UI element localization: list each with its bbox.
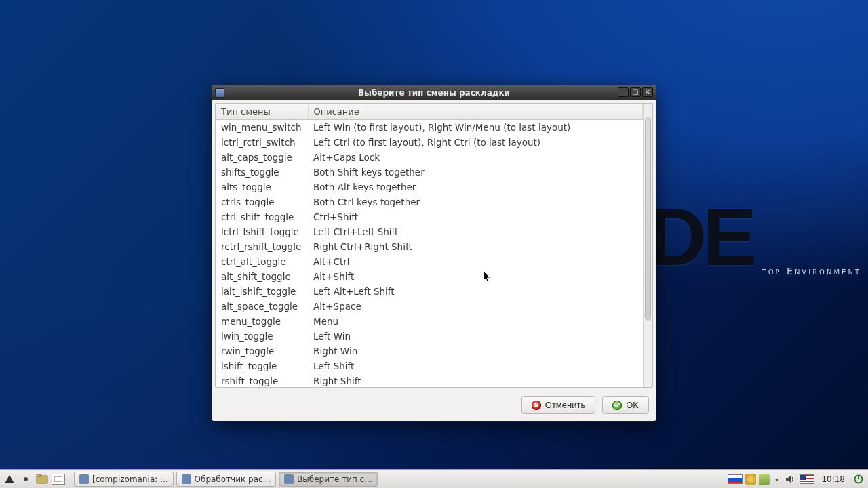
taskbar: [compizomania: ...Обработчик рас...Выбер… bbox=[74, 472, 378, 487]
keyboard-layout-us-icon[interactable] bbox=[800, 474, 814, 484]
taskbar-button[interactable]: [compizomania: ... bbox=[74, 472, 174, 487]
table-row[interactable]: win_menu_switchLeft Win (to first layout… bbox=[216, 120, 643, 136]
svg-rect-1 bbox=[37, 474, 41, 476]
table-row[interactable]: menu_toggleMenu bbox=[216, 314, 643, 329]
ok-icon bbox=[612, 401, 622, 410]
logout-button[interactable] bbox=[852, 472, 865, 486]
compiz-tray-icon[interactable] bbox=[745, 474, 756, 485]
table-row[interactable]: rshift_toggleRight Shift bbox=[216, 373, 643, 387]
window-title: Выберите тип смены раскладки bbox=[212, 88, 656, 98]
taskbar-button-label: Выберите тип с... bbox=[297, 474, 372, 484]
table-row[interactable]: rwin_toggleRight Win bbox=[216, 344, 643, 359]
cell-type: ctrl_shift_toggle bbox=[216, 209, 308, 224]
cell-type: alt_caps_toggle bbox=[216, 150, 308, 165]
clock[interactable]: 10:18 bbox=[817, 474, 849, 484]
ok-button[interactable]: OK bbox=[602, 396, 649, 414]
table-row[interactable]: shifts_toggleBoth Shift keys together bbox=[216, 165, 643, 180]
titlebar[interactable]: Выберите тип смены раскладки _ ▢ ✕ bbox=[212, 85, 656, 100]
vertical-scrollbar[interactable] bbox=[643, 104, 652, 387]
cell-desc: Right Ctrl+Right Shift bbox=[308, 239, 643, 254]
svg-rect-3 bbox=[858, 475, 859, 479]
table-row[interactable]: alt_space_toggleAlt+Space bbox=[216, 299, 643, 314]
table-row[interactable]: rctrl_rshift_toggleRight Ctrl+Right Shif… bbox=[216, 239, 643, 254]
volume-tray-icon[interactable] bbox=[783, 472, 797, 486]
taskbar-button[interactable]: Обработчик рас... bbox=[176, 472, 277, 487]
cell-desc: Right Win bbox=[308, 344, 643, 359]
desktop-background: DE top Environment Выберите тип смены ра… bbox=[0, 0, 868, 488]
table-row[interactable]: alt_shift_toggleAlt+Shift bbox=[216, 269, 643, 284]
keyboard-layout-ru-icon[interactable] bbox=[728, 474, 743, 484]
dialog-button-bar: Отменить OK bbox=[212, 390, 656, 421]
table-row[interactable]: lctrl_rctrl_switchLeft Ctrl (to first la… bbox=[216, 135, 643, 150]
table-row[interactable]: ctrls_toggleBoth Ctrl keys together bbox=[216, 195, 643, 209]
cell-desc: Alt+Shift bbox=[308, 269, 643, 284]
cell-desc: Ctrl+Shift bbox=[308, 209, 643, 224]
table-row[interactable]: ctrl_shift_toggleCtrl+Shift bbox=[216, 209, 643, 224]
cell-desc: Left Shift bbox=[308, 359, 643, 373]
window-switcher-button[interactable] bbox=[52, 472, 65, 486]
cell-type: alt_space_toggle bbox=[216, 299, 308, 314]
file-manager-launcher[interactable] bbox=[35, 472, 49, 486]
table-row[interactable]: lctrl_lshift_toggleLeft Ctrl+Left Shift bbox=[216, 224, 643, 239]
table-row[interactable]: alt_caps_toggleAlt+Caps Lock bbox=[216, 150, 643, 165]
show-desktop-button[interactable] bbox=[19, 472, 33, 486]
ok-button-label: OK bbox=[626, 400, 639, 410]
minimize-button[interactable]: _ bbox=[618, 87, 629, 97]
bottom-panel: [compizomania: ...Обработчик рас...Выбер… bbox=[0, 469, 868, 488]
cell-desc: Menu bbox=[308, 314, 643, 329]
cell-type: lshift_toggle bbox=[216, 359, 308, 373]
cell-type: lctrl_lshift_toggle bbox=[216, 224, 308, 239]
layout-switch-dialog: Выберите тип смены раскладки _ ▢ ✕ Тип с… bbox=[212, 85, 656, 422]
brand-letters: DE bbox=[648, 190, 753, 283]
column-header-desc[interactable]: Описание bbox=[308, 104, 643, 120]
taskbar-button-label: [compizomania: ... bbox=[92, 474, 168, 484]
options-list: Тип смены Описание win_menu_switchLeft W… bbox=[215, 103, 653, 388]
cell-desc: Alt+Ctrl bbox=[308, 254, 643, 269]
table-row[interactable]: alts_toggleBoth Alt keys together bbox=[216, 180, 643, 195]
cell-desc: Left Ctrl (to first layout), Right Ctrl … bbox=[308, 135, 643, 150]
cell-desc: Both Alt keys together bbox=[308, 180, 643, 195]
cell-type: ctrls_toggle bbox=[216, 195, 308, 209]
tray-expand-button[interactable] bbox=[772, 474, 781, 485]
app-icon bbox=[182, 474, 191, 484]
cell-type: rwin_toggle bbox=[216, 344, 308, 359]
cancel-icon bbox=[532, 401, 541, 410]
cell-type: win_menu_switch bbox=[216, 120, 308, 136]
battery-tray-icon[interactable] bbox=[759, 474, 770, 485]
cell-type: rshift_toggle bbox=[216, 373, 308, 387]
brand-tagline: top Environment bbox=[762, 266, 861, 277]
desktop-brand: DE top Environment bbox=[648, 190, 753, 283]
cell-type: ctrl_alt_toggle bbox=[216, 254, 308, 269]
table-row[interactable]: lalt_lshift_toggleLeft Alt+Left Shift bbox=[216, 284, 643, 299]
cell-type: alts_toggle bbox=[216, 180, 308, 195]
table-row[interactable]: lshift_toggleLeft Shift bbox=[216, 359, 643, 373]
taskbar-button[interactable]: Выберите тип с... bbox=[279, 472, 378, 487]
scrollbar-thumb[interactable] bbox=[645, 117, 651, 321]
cell-desc: Left Win (to first layout), Right Win/Me… bbox=[308, 120, 643, 136]
app-icon bbox=[79, 474, 89, 484]
system-tray: 10:18 bbox=[728, 472, 865, 486]
close-button[interactable]: ✕ bbox=[642, 87, 653, 97]
cell-type: rctrl_rshift_toggle bbox=[216, 239, 308, 254]
cell-desc: Left Alt+Left Shift bbox=[308, 284, 643, 299]
cell-type: menu_toggle bbox=[216, 314, 308, 329]
start-menu-button[interactable] bbox=[3, 472, 16, 486]
maximize-button[interactable]: ▢ bbox=[630, 87, 641, 97]
cell-desc: Both Shift keys together bbox=[308, 165, 643, 180]
table-row[interactable]: lwin_toggleLeft Win bbox=[216, 329, 643, 344]
cell-desc: Left Win bbox=[308, 329, 643, 344]
taskbar-button-label: Обработчик рас... bbox=[195, 474, 271, 484]
panel-divider bbox=[71, 472, 71, 486]
cell-desc: Alt+Caps Lock bbox=[308, 150, 643, 165]
cell-desc: Both Ctrl keys together bbox=[308, 195, 643, 209]
cancel-button-label: Отменить bbox=[545, 400, 585, 410]
table-row[interactable]: ctrl_alt_toggleAlt+Ctrl bbox=[216, 254, 643, 269]
cell-desc: Left Ctrl+Left Shift bbox=[308, 224, 643, 239]
cell-desc: Right Shift bbox=[308, 373, 643, 387]
cell-type: lalt_lshift_toggle bbox=[216, 284, 308, 299]
column-header-type[interactable]: Тип смены bbox=[216, 104, 308, 120]
cell-type: shifts_toggle bbox=[216, 165, 308, 180]
cell-desc: Alt+Space bbox=[308, 299, 643, 314]
cell-type: lctrl_rctrl_switch bbox=[216, 135, 308, 150]
cancel-button[interactable]: Отменить bbox=[521, 396, 595, 414]
